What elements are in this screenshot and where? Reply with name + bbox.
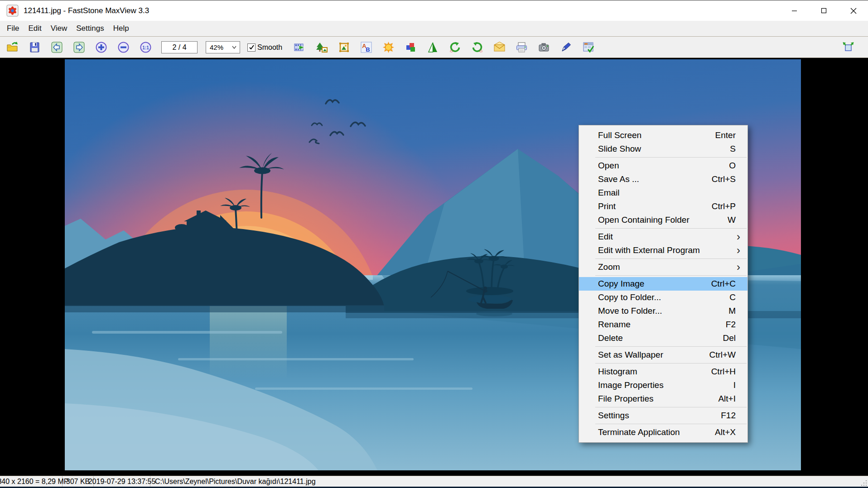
letters-ab-icon: AB (360, 41, 372, 53)
menu-item-slide-show[interactable]: Slide ShowS (579, 142, 747, 156)
menu-separator (595, 258, 747, 259)
resize-button[interactable] (315, 41, 328, 54)
menu-item-rename[interactable]: RenameF2 (579, 318, 747, 331)
menu-item-move-to-folder[interactable]: Move to Folder...M (579, 304, 747, 318)
title-bar: 121411.jpg - FastStone MaxView 3.3 (0, 0, 868, 21)
menu-item-email[interactable]: Email (579, 186, 747, 200)
page-indicator[interactable]: 2 / 4 (161, 41, 198, 53)
menu-item-file-properties[interactable]: File PropertiesAlt+I (579, 392, 747, 406)
menu-item-label: Print (598, 201, 712, 211)
menu-item-copy-image[interactable]: Copy ImageCtrl+C (579, 277, 747, 291)
save-icon (29, 41, 41, 53)
fullscreen-icon (842, 41, 854, 53)
menu-item-label: Copy Image (598, 279, 711, 289)
print-button[interactable] (515, 41, 528, 54)
menu-item-settings[interactable]: SettingsF12 (579, 409, 747, 422)
menu-item-label: Zoom (598, 262, 737, 272)
menubar-item-settings[interactable]: Settings (72, 22, 108, 35)
arrow-right-icon (73, 41, 85, 53)
settings-panel-icon (582, 41, 594, 53)
menu-item-label: Histogram (598, 367, 711, 377)
settings-button[interactable] (582, 41, 594, 54)
menu-separator (595, 346, 747, 347)
chevron-down-icon (232, 46, 236, 49)
rotate-right-button[interactable] (471, 41, 483, 54)
menu-item-open[interactable]: OpenO (579, 159, 747, 172)
open-button[interactable] (6, 41, 19, 54)
menu-item-edit-with-external-program[interactable]: Edit with External Program› (579, 244, 747, 257)
maximize-button[interactable] (809, 0, 839, 21)
menu-item-histogram[interactable]: HistogramCtrl+H (579, 365, 747, 378)
colors-button[interactable] (404, 41, 417, 54)
menu-item-shortcut: Ctrl+P (712, 201, 736, 211)
menu-item-image-properties[interactable]: Image PropertiesI (579, 378, 747, 392)
slideshow-button[interactable] (293, 41, 306, 54)
menubar-item-file[interactable]: File (2, 22, 24, 35)
draw-button[interactable] (559, 41, 572, 54)
open-folder-icon (6, 41, 19, 53)
menu-item-shortcut: Alt+I (718, 394, 736, 404)
app-window: 121411.jpg - FastStone MaxView 3.3 FileE… (0, 0, 868, 488)
svg-text:B: B (366, 46, 370, 53)
smooth-checkbox[interactable] (247, 43, 256, 52)
next-image-button[interactable] (72, 41, 85, 54)
menu-item-label: Full Screen (598, 130, 715, 140)
menu-item-delete[interactable]: DeleteDel (579, 331, 747, 345)
menubar-item-edit[interactable]: Edit (24, 22, 46, 35)
menu-item-open-containing-folder[interactable]: Open Containing FolderW (579, 213, 747, 227)
menu-item-label: Move to Folder... (598, 306, 728, 316)
resize-tree-icon (316, 41, 328, 53)
minimize-button[interactable] (780, 0, 809, 21)
smooth-label: Smooth (257, 43, 282, 52)
menu-item-label: Settings (598, 411, 721, 421)
menu-item-shortcut: Ctrl+C (711, 279, 736, 289)
menu-item-shortcut: Ctrl+S (712, 174, 736, 184)
menu-item-label: Image Properties (598, 380, 733, 390)
menu-item-edit[interactable]: Edit› (579, 230, 747, 244)
window-controls (780, 0, 868, 21)
save-button[interactable] (28, 41, 41, 54)
zoom-in-button[interactable] (95, 41, 107, 54)
menu-separator (595, 424, 747, 424)
crop-button[interactable] (338, 41, 350, 54)
brightness-button[interactable] (382, 41, 395, 54)
submenu-arrow-icon: › (737, 246, 740, 255)
fullscreen-button[interactable] (842, 41, 854, 54)
menu-item-print[interactable]: PrintCtrl+P (579, 200, 747, 213)
menu-item-shortcut: M (728, 306, 736, 316)
menu-item-label: Open Containing Folder (598, 215, 728, 225)
zoom-level-select[interactable]: 42% (206, 41, 240, 53)
menu-item-shortcut: Enter (715, 130, 736, 140)
menu-item-shortcut: F12 (721, 411, 736, 421)
email-button[interactable] (493, 41, 506, 54)
toolbar-edit-group: AB (293, 41, 604, 54)
menu-item-copy-to-folder[interactable]: Copy to Folder...C (579, 291, 747, 304)
zoom-out-button[interactable] (117, 41, 130, 54)
menubar-item-help[interactable]: Help (109, 22, 134, 35)
menu-item-label: Slide Show (598, 144, 730, 154)
menu-separator (595, 407, 747, 407)
screen-capture-button[interactable] (537, 41, 550, 54)
menu-separator (595, 228, 747, 229)
menu-item-full-screen[interactable]: Full ScreenEnter (579, 129, 747, 142)
menu-item-label: Copy to Folder... (598, 292, 729, 302)
menu-bar: FileEditViewSettingsHelp (0, 21, 868, 37)
flip-button[interactable] (426, 41, 439, 54)
close-button[interactable] (839, 0, 868, 21)
menu-item-set-as-wallpaper[interactable]: Set as WallpaperCtrl+W (579, 348, 747, 362)
menu-item-save-as[interactable]: Save As ...Ctrl+S (579, 172, 747, 186)
menu-item-shortcut: F2 (726, 320, 736, 330)
maximize-icon (821, 8, 827, 14)
arrow-left-icon (51, 41, 63, 53)
previous-image-button[interactable] (50, 41, 63, 54)
menu-item-terminate-application[interactable]: Terminate ApplicationAlt+X (579, 426, 747, 439)
actual-size-button[interactable]: 1:1 (139, 41, 152, 54)
menu-item-shortcut: S (730, 144, 736, 154)
resize-grip[interactable] (861, 480, 867, 486)
checkmark-icon (249, 44, 255, 50)
rotate-left-button[interactable] (448, 41, 461, 54)
adjust-colors-button[interactable]: AB (360, 41, 372, 54)
menubar-item-view[interactable]: View (46, 22, 72, 35)
zoom-level-value: 42% (210, 43, 223, 51)
menu-item-zoom[interactable]: Zoom› (579, 260, 747, 274)
